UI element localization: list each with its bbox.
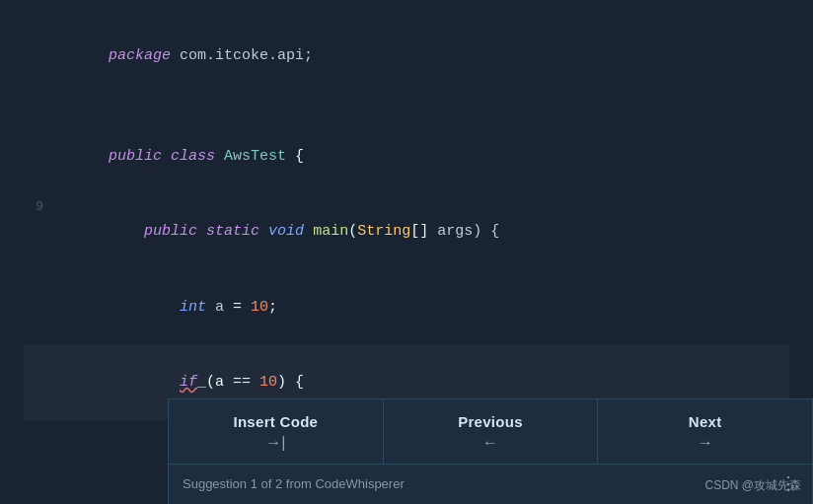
code-content: package com.itcoke.api; (55, 18, 313, 94)
code-line-2: public class AwsTest { (24, 118, 789, 194)
code-content: public class AwsTest { (55, 118, 304, 194)
watermark-text: CSDN @攻城先森 (704, 478, 801, 492)
insert-code-button[interactable]: Insert Code →| (169, 399, 384, 464)
line-number: 9 (24, 196, 43, 218)
code-line-3: 9 public static void main(String[] args)… (24, 194, 789, 270)
insert-code-icon: →| (265, 434, 285, 452)
previous-label: Previous (458, 413, 523, 430)
watermark: CSDN @攻城先森 (704, 477, 801, 494)
suggestion-count-text: Suggestion 1 of 2 from CodeWhisperer (183, 476, 405, 491)
next-icon: → (698, 434, 713, 452)
code-line-1: package com.itcoke.api; (24, 18, 789, 94)
code-content: int a = 10; (55, 269, 277, 345)
code-line-4: int a = 10; (24, 269, 789, 345)
previous-button[interactable]: Previous ← (384, 399, 599, 464)
next-label: Next (689, 413, 722, 430)
code-content: public static void main(String[] args) { (55, 194, 499, 270)
next-button[interactable]: Next → (598, 399, 812, 464)
previous-icon: ← (482, 434, 498, 452)
popup-button-row: Insert Code →| Previous ← Next → (169, 399, 812, 465)
insert-code-label: Insert Code (233, 413, 318, 430)
